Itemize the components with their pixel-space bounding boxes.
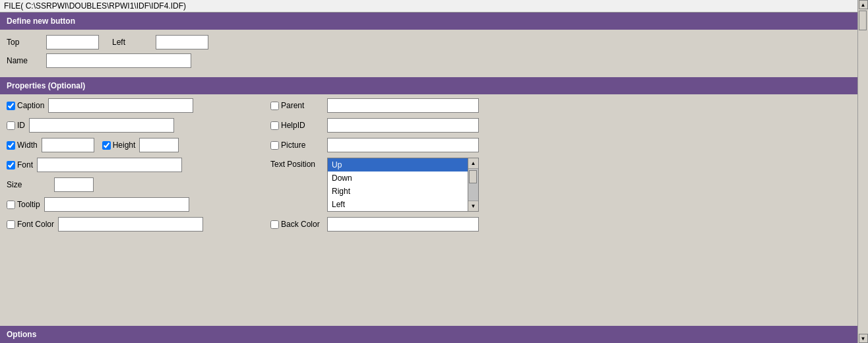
- top-label: Top: [7, 38, 46, 47]
- define-section-header: Define new button: [0, 13, 868, 30]
- id-checkbox[interactable]: [7, 121, 15, 130]
- size-label: Size: [7, 180, 50, 189]
- width-label: Width: [17, 140, 38, 150]
- properties-two-col: Caption "Count Ascending" ID: [7, 98, 861, 237]
- back-color-checkbox[interactable]: [270, 220, 279, 229]
- list-scroll-down[interactable]: ▼: [468, 201, 478, 211]
- caption-checkbox-label[interactable]: Caption: [7, 101, 44, 110]
- main-container: FILE( C:\SSRPWI\DOUBLES\RPWI1\IDF\IDF4.I…: [0, 0, 868, 343]
- helpid-checkbox-label[interactable]: HelpID: [270, 121, 323, 130]
- text-position-list[interactable]: Up Down Right Left: [327, 158, 468, 212]
- picture-input[interactable]: "FileName.BMP": [327, 138, 479, 152]
- tooltip-label: Tooltip: [17, 200, 40, 209]
- caption-input[interactable]: "Count Ascending": [48, 98, 193, 113]
- height-label: Height: [113, 140, 136, 150]
- helpid-row: HelpID: [270, 118, 861, 133]
- height-checkbox-label[interactable]: Height: [102, 140, 136, 150]
- tooltip-checkbox[interactable]: [7, 201, 15, 209]
- font-row: Font "arial": [7, 158, 257, 172]
- left-input[interactable]: 8: [156, 35, 208, 49]
- font-label: Font: [17, 160, 33, 170]
- height-input[interactable]: 41: [139, 138, 179, 152]
- list-item-down[interactable]: Down: [328, 172, 468, 185]
- left-column: Caption "Count Ascending" ID: [7, 98, 257, 237]
- scroll-thumb[interactable]: [859, 11, 867, 30]
- helpid-input[interactable]: [327, 118, 479, 133]
- define-content: Top 290 Left 8 Name asc: [0, 30, 868, 77]
- tooltip-input[interactable]: [44, 197, 189, 212]
- font-input[interactable]: "arial": [37, 158, 182, 172]
- width-height-row: Width 170 Height 41: [7, 138, 257, 152]
- back-color-row: Back Color {236,233,216}: [270, 217, 861, 232]
- size-input[interactable]: 16: [54, 177, 94, 192]
- font-color-checkbox[interactable]: [7, 220, 15, 229]
- width-checkbox-label[interactable]: Width: [7, 140, 38, 150]
- name-row: Name asc: [7, 53, 861, 68]
- properties-section-title: Properties (Optional): [7, 81, 85, 90]
- font-color-label: Font Color: [17, 220, 54, 229]
- back-color-input[interactable]: {236,233,216}: [327, 217, 479, 232]
- text-position-dropdown: Up Down Right Left ▲ ▼: [327, 158, 479, 212]
- options-section-title: Options: [7, 330, 36, 339]
- top-left-row: Top 290 Left 8: [7, 35, 861, 49]
- picture-row: Picture "FileName.BMP": [270, 138, 861, 152]
- caption-row: Caption "Count Ascending": [7, 98, 257, 113]
- width-input[interactable]: 170: [42, 138, 94, 152]
- font-checkbox-label[interactable]: Font: [7, 160, 33, 170]
- scroll-down-button[interactable]: ▼: [859, 334, 868, 343]
- list-scroll-up[interactable]: ▲: [468, 158, 478, 169]
- picture-checkbox[interactable]: [270, 141, 279, 150]
- title-bar: FILE( C:\SSRPWI\DOUBLES\RPWI1\IDF\IDF4.I…: [0, 0, 868, 13]
- top-input[interactable]: 290: [46, 35, 99, 49]
- name-label: Name: [7, 56, 46, 65]
- parent-label: Parent: [281, 101, 304, 110]
- font-color-input[interactable]: {0,0,0}: [58, 217, 203, 232]
- main-scrollbar[interactable]: ▲ ▼: [857, 0, 868, 343]
- id-input[interactable]: [29, 118, 174, 133]
- tooltip-row: Tooltip: [7, 197, 257, 212]
- list-item-right[interactable]: Right: [328, 185, 468, 198]
- scroll-up-button[interactable]: ▲: [859, 0, 868, 9]
- tooltip-checkbox-label[interactable]: Tooltip: [7, 200, 40, 209]
- list-item-up[interactable]: Up: [328, 158, 468, 172]
- text-position-row: Text Position Up Down Right Left ▲: [270, 158, 861, 212]
- id-row: ID: [7, 118, 257, 133]
- define-section-title: Define new button: [7, 16, 75, 26]
- parent-checkbox[interactable]: [270, 102, 279, 110]
- right-column: Parent HelpID Picture: [270, 98, 861, 237]
- text-position-label: Text Position: [270, 158, 323, 169]
- caption-label: Caption: [17, 101, 44, 110]
- left-label: Left: [112, 38, 152, 47]
- properties-section-header: Properties (Optional): [0, 77, 868, 94]
- id-label: ID: [17, 121, 25, 130]
- properties-content: Caption "Count Ascending" ID: [0, 94, 868, 326]
- parent-row: Parent: [270, 98, 861, 113]
- width-checkbox[interactable]: [7, 141, 15, 150]
- list-scroll-track: [468, 169, 478, 201]
- font-checkbox[interactable]: [7, 161, 15, 170]
- list-scrollbar[interactable]: ▲ ▼: [468, 158, 479, 212]
- caption-checkbox[interactable]: [7, 102, 15, 110]
- picture-checkbox-label[interactable]: Picture: [270, 140, 323, 150]
- height-checkbox[interactable]: [102, 141, 111, 150]
- parent-checkbox-label[interactable]: Parent: [270, 101, 323, 110]
- options-section-header: Options: [0, 326, 868, 343]
- list-item-left[interactable]: Left: [328, 198, 468, 211]
- picture-label: Picture: [281, 140, 305, 150]
- helpid-checkbox[interactable]: [270, 121, 279, 130]
- back-color-label: Back Color: [281, 220, 320, 229]
- font-color-checkbox-label[interactable]: Font Color: [7, 220, 54, 229]
- font-color-row: Font Color {0,0,0}: [7, 217, 257, 232]
- id-checkbox-label[interactable]: ID: [7, 121, 25, 130]
- size-row: Size 16: [7, 177, 257, 192]
- title-text: FILE( C:\SSRPWI\DOUBLES\RPWI1\IDF\IDF4.I…: [4, 1, 186, 11]
- list-scroll-thumb[interactable]: [469, 170, 477, 183]
- helpid-label: HelpID: [281, 121, 305, 130]
- back-color-checkbox-label[interactable]: Back Color: [270, 220, 323, 229]
- name-input[interactable]: asc: [46, 53, 191, 68]
- parent-input[interactable]: [327, 98, 479, 113]
